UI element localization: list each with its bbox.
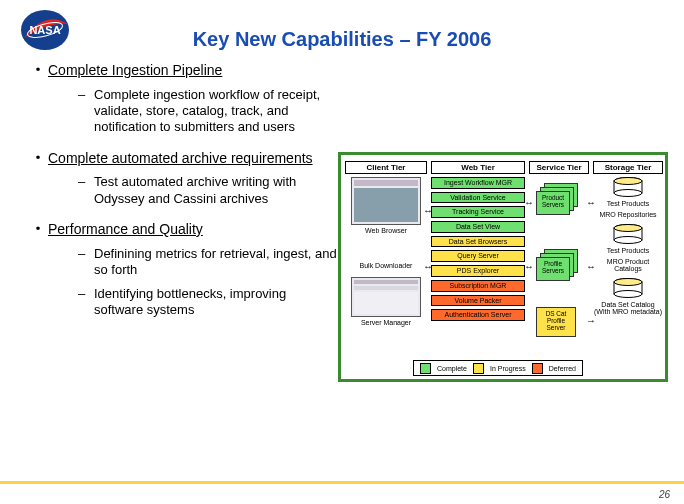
web-tier: Web Tier Ingest Workflow MGR Validation …: [431, 161, 525, 357]
dscat-profile-server: DS Cat Profile Server: [536, 299, 582, 335]
arrow-icon: [524, 261, 534, 272]
tier-header: Storage Tier: [593, 161, 663, 174]
arrow-icon: [423, 261, 433, 272]
arrow-icon: [524, 197, 534, 208]
bullet-head-1: Complete Ingestion Pipeline: [48, 62, 222, 79]
server-manager-screenshot: [351, 277, 421, 317]
arrow-icon: [423, 205, 433, 216]
sub-2-1: Test automated archive writing with Odys…: [94, 174, 338, 207]
web-box: PDS Explorer: [431, 265, 525, 277]
storage-label: MRO Product Catalogs: [593, 258, 663, 272]
web-box: Ingest Workflow MGR: [431, 177, 525, 189]
page-number: 26: [659, 489, 670, 500]
tier-header: Web Tier: [431, 161, 525, 174]
tier-header: Service Tier: [529, 161, 589, 174]
legend-complete: Complete: [437, 365, 467, 372]
svg-point-5: [614, 190, 642, 197]
content-area: • Complete Ingestion Pipeline –Complete …: [28, 62, 338, 333]
legend-swatch-deferred: [532, 363, 543, 374]
bulk-label: Bulk Downloader: [345, 262, 427, 269]
dash-mark: –: [78, 174, 94, 189]
storage-label: MRO Repositories: [593, 211, 663, 218]
cylinder-test-products-2: [612, 224, 644, 244]
arrow-icon: [586, 315, 596, 326]
sub-3-2: Identifying bottlenecks, improving softw…: [94, 286, 338, 319]
sub-1-1: Complete ingestion workflow of receipt, …: [94, 87, 338, 136]
bullet-head-2: Complete automated archive requirements: [48, 150, 313, 167]
legend-inprogress: In Progress: [490, 365, 526, 372]
arrow-icon: [586, 197, 596, 208]
storage-tier: Storage Tier Test Products MRO Repositor…: [593, 161, 663, 357]
legend: Complete In Progress Deferred: [413, 360, 583, 376]
cylinder-ds-catalog: [612, 278, 644, 298]
web-box: Subscription MGR: [431, 280, 525, 292]
legend-deferred: Deferred: [549, 365, 576, 372]
legend-swatch-complete: [420, 363, 431, 374]
svg-point-6: [614, 178, 642, 185]
svg-point-14: [614, 279, 642, 286]
architecture-diagram: Client Tier Web Browser Bulk Downloader …: [338, 152, 668, 382]
dash-mark: –: [78, 286, 94, 301]
cylinder-test-products: [612, 177, 644, 197]
client-tier: Client Tier Web Browser Bulk Downloader …: [345, 161, 427, 357]
dash-mark: –: [78, 87, 94, 102]
bullet-head-3: Performance and Quality: [48, 221, 203, 238]
bullet-mark: •: [28, 221, 48, 237]
slide-title: Key New Capabilities – FY 2006: [0, 28, 684, 51]
web-box: Authentication Server: [431, 309, 525, 321]
arrow-icon: [586, 261, 596, 272]
dash-mark: –: [78, 246, 94, 261]
sub-3-1: Definining metrics for retrieval, ingest…: [94, 246, 338, 279]
svg-point-9: [614, 237, 642, 244]
web-box: Query Server: [431, 250, 525, 262]
storage-label: Test Products: [593, 247, 663, 254]
web-box: Data Set Browsers: [431, 236, 525, 248]
product-servers: Product Servers: [536, 183, 582, 215]
footer-divider: [0, 481, 684, 484]
browser-label: Web Browser: [345, 227, 427, 234]
bullet-mark: •: [28, 150, 48, 166]
web-box: Validation Service: [431, 192, 525, 204]
web-box: Tracking Service: [431, 206, 525, 218]
storage-label: Data Set Catalog (With MRO metadata): [593, 301, 663, 315]
svg-point-10: [614, 225, 642, 232]
service-tier: Service Tier Product Servers Profile Ser…: [529, 161, 589, 357]
bullet-mark: •: [28, 62, 48, 78]
web-box: Volume Packer: [431, 295, 525, 307]
web-box: Data Set View: [431, 221, 525, 233]
profile-servers: Profile Servers: [536, 249, 582, 281]
server-manager-label: Server Manager: [345, 319, 427, 326]
browser-screenshot: [351, 177, 421, 225]
storage-label: Test Products: [593, 200, 663, 207]
tier-header: Client Tier: [345, 161, 427, 174]
legend-swatch-inprogress: [473, 363, 484, 374]
svg-point-13: [614, 291, 642, 298]
slide: NASA Key New Capabilities – FY 2006 • Co…: [0, 0, 684, 504]
